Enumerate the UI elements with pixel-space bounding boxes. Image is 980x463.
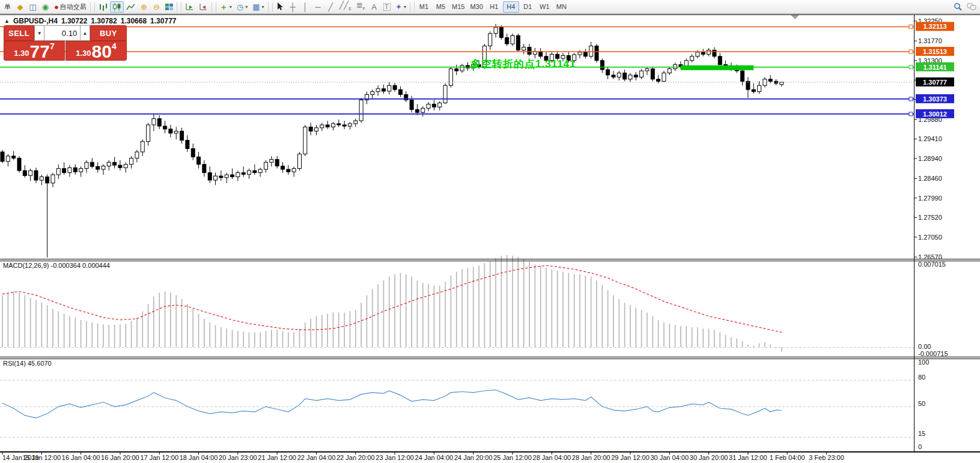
price-tick-label: 1.28940	[918, 155, 942, 162]
candle-bullish	[214, 176, 218, 180]
sell-button[interactable]: SELL	[4, 25, 34, 41]
line-anchor-box[interactable]	[909, 25, 913, 28]
vertical-line-tool-button[interactable]: │	[299, 1, 312, 13]
bar-chart-type-button[interactable]	[96, 1, 110, 13]
line-anchor-box[interactable]	[909, 65, 913, 69]
timeframe-MN[interactable]: MN	[553, 1, 570, 13]
candle-bullish	[640, 71, 644, 77]
fibonacci-tool-button[interactable]: ≣	[354, 1, 368, 13]
line-anchor-box[interactable]	[909, 97, 913, 101]
text-icon: A	[371, 3, 377, 11]
price-tick-label: 1.28460	[918, 175, 942, 182]
horizontal-line-tool-button[interactable]: ─	[312, 1, 324, 13]
signals-button[interactable]: ◉	[39, 1, 52, 13]
rsi-scale-label: 15	[918, 430, 925, 437]
chart-shift-marker[interactable]	[791, 15, 799, 19]
sell-price[interactable]: 1.30 77 7	[4, 41, 65, 61]
volume-increase-button[interactable]: ▲	[80, 25, 90, 41]
time-axis[interactable]: 14 Jan 201915 Jan 12:0016 Jan 04:0016 Ja…	[2, 452, 844, 461]
line-anchor-box[interactable]	[909, 112, 913, 116]
toolbar-grip	[410, 2, 415, 11]
arrows-tool-button[interactable]: ✦▾	[393, 1, 409, 13]
chat-button[interactable]	[964, 1, 979, 13]
timeframe-M15[interactable]: M15	[449, 1, 467, 13]
line-anchor-box[interactable]	[909, 50, 913, 53]
timeframe-M1[interactable]: M1	[416, 1, 432, 13]
dropdown-arrow-icon: ▾	[245, 4, 248, 10]
timeframe-D1[interactable]: D1	[520, 1, 536, 13]
candle-bullish	[388, 85, 391, 91]
timeframe-W1[interactable]: W1	[537, 1, 553, 13]
channel-tool-button[interactable]: ╱╱	[337, 1, 354, 13]
time-label: 20 Jan 23:00	[219, 454, 257, 461]
time-label: 25 Jan 12:00	[493, 454, 532, 461]
dropdown-arrow-icon: ▾	[404, 4, 406, 10]
candle-bullish	[617, 73, 621, 77]
candle-bullish	[488, 34, 492, 46]
buy-price[interactable]: 1.30 80 4	[65, 41, 127, 61]
collapse-panel-icon[interactable]: ▲	[4, 18, 10, 24]
ohlc-low: 1.30668	[121, 17, 147, 25]
one-click-trading-panel: SELL ▼ 0.10 ▲ BUY 1.30 77 7 1.30 80 4	[4, 25, 127, 61]
periods-button[interactable]: ◷▾	[234, 1, 250, 13]
candle-bearish	[231, 175, 234, 177]
cursor-tool-button[interactable]	[274, 1, 287, 13]
candle-bearish	[528, 47, 531, 55]
volume-decrease-button[interactable]: ▼	[34, 25, 44, 41]
time-label: 3 Feb 23:00	[809, 454, 844, 461]
price-badge-text: 1.30777	[923, 79, 947, 86]
zoom-out-button[interactable]: ⊖	[150, 1, 163, 13]
autotrading-button[interactable]: ● 自动交易	[52, 1, 89, 13]
mt4-window: 1.322501.317701.313001.308301.303601.298…	[0, 0, 980, 463]
indicators-icon: ＋	[220, 3, 228, 11]
tile-windows-button[interactable]	[163, 1, 175, 13]
signals-icon: ◉	[42, 3, 49, 11]
rsi-scale-label: 100	[918, 359, 929, 366]
pivot-annotation-text[interactable]: 多空转折的点1.31141	[470, 57, 576, 71]
candle-bearish	[186, 141, 189, 149]
templates-button[interactable]: ▦▾	[250, 1, 266, 13]
indicators-button[interactable]: ＋▾	[218, 1, 234, 13]
price-badge-text: 1.30012	[923, 110, 947, 118]
chart-shift-button[interactable]	[196, 1, 210, 13]
timeframe-M5[interactable]: M5	[433, 1, 449, 13]
candle-bearish	[73, 168, 77, 172]
crosshair-tool-button[interactable]: ┼	[287, 1, 299, 13]
fibonacci-icon: ≣	[356, 1, 365, 13]
candle-bullish	[696, 52, 699, 56]
zoom-in-icon: ⊕	[141, 3, 147, 11]
line-chart-type-button[interactable]	[124, 1, 138, 13]
search-button[interactable]	[951, 1, 964, 13]
auto-scroll-button[interactable]	[183, 1, 196, 13]
toolbar-grip	[177, 2, 181, 11]
new-chart-button[interactable]: ◆	[14, 1, 26, 13]
candle-bullish	[589, 46, 593, 56]
timeframe-M30[interactable]: M30	[467, 1, 485, 13]
candle-bearish	[202, 165, 206, 173]
trendline-tool-button[interactable]: ╱	[324, 1, 337, 13]
vertical-line-icon: │	[303, 3, 308, 11]
sell-price-prefix: 1.30	[14, 49, 29, 58]
candle-bullish	[147, 125, 150, 142]
candlestick-chart-type-button[interactable]	[110, 1, 124, 13]
cursor-icon	[276, 2, 284, 11]
market-watch-button[interactable]: ◫	[26, 1, 39, 13]
candle-bearish	[17, 158, 21, 171]
timeframe-H1[interactable]: H1	[486, 1, 502, 13]
rsi-scale-label: 80	[918, 374, 925, 381]
text-label-tool-button[interactable]: T	[380, 1, 393, 13]
buy-button[interactable]: BUY	[90, 25, 127, 41]
candle-bearish	[23, 171, 26, 175]
volume-input[interactable]: 0.10	[44, 25, 80, 41]
candle-bearish	[191, 148, 195, 157]
new-order-button[interactable]: 单	[1, 1, 14, 13]
candle-bullish	[628, 75, 632, 79]
green-highlight-bar[interactable]	[681, 65, 753, 70]
chart-shift-icon	[199, 3, 208, 11]
zoom-in-button[interactable]: ⊕	[138, 1, 150, 13]
text-tool-button[interactable]: A	[368, 1, 380, 13]
price-axis[interactable]: 1.322501.317701.313001.308301.303601.298…	[909, 17, 954, 261]
candle-bearish	[606, 70, 610, 75]
timeframe-H4[interactable]: H4	[503, 1, 519, 13]
candle-bearish	[600, 61, 604, 70]
